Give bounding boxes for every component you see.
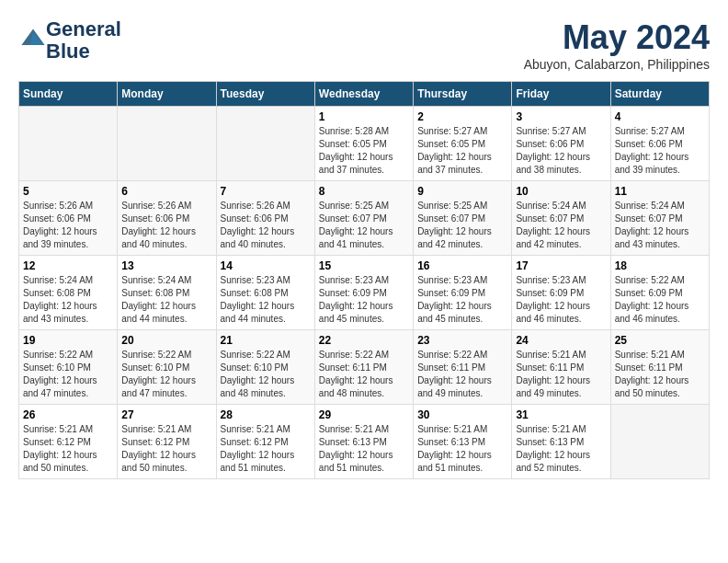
logo-text: General Blue: [46, 18, 121, 63]
calendar-cell: 22Sunrise: 5:22 AM Sunset: 6:11 PM Dayli…: [314, 330, 413, 405]
day-number: 3: [516, 110, 606, 123]
page-header: General Blue May 2024 Abuyon, Calabarzon…: [18, 18, 710, 72]
day-info: Sunrise: 5:26 AM Sunset: 6:06 PM Dayligh…: [23, 200, 113, 251]
calendar-cell: 11Sunrise: 5:24 AM Sunset: 6:07 PM Dayli…: [610, 181, 709, 256]
day-number: 29: [319, 408, 409, 421]
day-info: Sunrise: 5:21 AM Sunset: 6:12 PM Dayligh…: [23, 423, 113, 475]
day-info: Sunrise: 5:26 AM Sunset: 6:06 PM Dayligh…: [221, 200, 311, 251]
calendar-cell: 21Sunrise: 5:22 AM Sunset: 6:10 PM Dayli…: [216, 330, 314, 405]
day-number: 23: [417, 334, 507, 347]
calendar-cell: 6Sunrise: 5:26 AM Sunset: 6:06 PM Daylig…: [118, 181, 216, 256]
day-info: Sunrise: 5:25 AM Sunset: 6:07 PM Dayligh…: [417, 200, 507, 251]
day-info: Sunrise: 5:22 AM Sunset: 6:09 PM Dayligh…: [615, 274, 705, 326]
day-number: 27: [121, 408, 211, 421]
calendar-cell: 8Sunrise: 5:25 AM Sunset: 6:07 PM Daylig…: [314, 181, 413, 256]
day-info: Sunrise: 5:23 AM Sunset: 6:09 PM Dayligh…: [417, 274, 507, 326]
calendar-cell: 29Sunrise: 5:21 AM Sunset: 6:13 PM Dayli…: [314, 405, 413, 479]
calendar-week-row: 5Sunrise: 5:26 AM Sunset: 6:06 PM Daylig…: [19, 181, 710, 256]
day-info: Sunrise: 5:27 AM Sunset: 6:06 PM Dayligh…: [615, 125, 705, 177]
column-header-sunday: Sunday: [19, 82, 118, 107]
day-info: Sunrise: 5:22 AM Sunset: 6:11 PM Dayligh…: [417, 349, 507, 400]
day-info: Sunrise: 5:23 AM Sunset: 6:09 PM Dayligh…: [516, 274, 606, 326]
calendar-cell: 12Sunrise: 5:24 AM Sunset: 6:08 PM Dayli…: [19, 256, 118, 330]
day-number: 12: [23, 259, 113, 272]
column-header-thursday: Thursday: [414, 82, 512, 107]
day-number: 15: [319, 259, 409, 272]
calendar-cell: 5Sunrise: 5:26 AM Sunset: 6:06 PM Daylig…: [19, 181, 118, 256]
day-info: Sunrise: 5:23 AM Sunset: 6:08 PM Dayligh…: [221, 274, 311, 326]
day-info: Sunrise: 5:26 AM Sunset: 6:06 PM Dayligh…: [121, 200, 211, 251]
calendar-cell: 28Sunrise: 5:21 AM Sunset: 6:12 PM Dayli…: [216, 405, 314, 479]
day-info: Sunrise: 5:21 AM Sunset: 6:13 PM Dayligh…: [417, 423, 507, 475]
calendar-cell: 2Sunrise: 5:27 AM Sunset: 6:05 PM Daylig…: [414, 107, 512, 181]
calendar-cell: 7Sunrise: 5:26 AM Sunset: 6:06 PM Daylig…: [216, 181, 314, 256]
calendar-week-row: 1Sunrise: 5:28 AM Sunset: 6:05 PM Daylig…: [19, 107, 710, 181]
calendar-cell: 13Sunrise: 5:24 AM Sunset: 6:08 PM Dayli…: [118, 256, 216, 330]
calendar-cell: 24Sunrise: 5:21 AM Sunset: 6:11 PM Dayli…: [512, 330, 610, 405]
day-number: 18: [615, 259, 705, 272]
day-number: 17: [516, 259, 606, 272]
calendar-week-row: 12Sunrise: 5:24 AM Sunset: 6:08 PM Dayli…: [19, 256, 710, 330]
day-info: Sunrise: 5:27 AM Sunset: 6:05 PM Dayligh…: [417, 125, 507, 177]
day-info: Sunrise: 5:22 AM Sunset: 6:10 PM Dayligh…: [23, 349, 113, 400]
calendar-cell: 19Sunrise: 5:22 AM Sunset: 6:10 PM Dayli…: [19, 330, 118, 405]
day-info: Sunrise: 5:22 AM Sunset: 6:10 PM Dayligh…: [221, 349, 311, 400]
day-info: Sunrise: 5:28 AM Sunset: 6:05 PM Dayligh…: [319, 125, 409, 177]
calendar-cell: [19, 107, 118, 181]
day-info: Sunrise: 5:21 AM Sunset: 6:11 PM Dayligh…: [615, 349, 705, 400]
location-label: Abuyon, Calabarzon, Philippines: [524, 57, 710, 72]
calendar-cell: [610, 405, 709, 479]
column-header-tuesday: Tuesday: [216, 82, 314, 107]
calendar-table: SundayMondayTuesdayWednesdayThursdayFrid…: [18, 81, 710, 479]
calendar-cell: 26Sunrise: 5:21 AM Sunset: 6:12 PM Dayli…: [19, 405, 118, 479]
calendar-cell: 31Sunrise: 5:21 AM Sunset: 6:13 PM Dayli…: [512, 405, 610, 479]
day-number: 24: [516, 334, 606, 347]
day-number: 13: [121, 259, 211, 272]
day-info: Sunrise: 5:21 AM Sunset: 6:11 PM Dayligh…: [516, 349, 606, 400]
calendar-cell: [216, 107, 314, 181]
day-number: 28: [221, 408, 311, 421]
day-number: 19: [23, 334, 113, 347]
day-number: 7: [221, 185, 311, 198]
day-number: 2: [417, 110, 507, 123]
calendar-cell: 16Sunrise: 5:23 AM Sunset: 6:09 PM Dayli…: [414, 256, 512, 330]
day-number: 16: [417, 259, 507, 272]
day-number: 8: [319, 185, 409, 198]
calendar-header-row: SundayMondayTuesdayWednesdayThursdayFrid…: [19, 82, 710, 107]
calendar-cell: 14Sunrise: 5:23 AM Sunset: 6:08 PM Dayli…: [216, 256, 314, 330]
calendar-cell: 10Sunrise: 5:24 AM Sunset: 6:07 PM Dayli…: [512, 181, 610, 256]
day-number: 14: [221, 259, 311, 272]
day-number: 25: [615, 334, 705, 347]
day-number: 31: [516, 408, 606, 421]
calendar-cell: 1Sunrise: 5:28 AM Sunset: 6:05 PM Daylig…: [314, 107, 413, 181]
day-number: 26: [23, 408, 113, 421]
calendar-week-row: 26Sunrise: 5:21 AM Sunset: 6:12 PM Dayli…: [19, 405, 710, 479]
calendar-cell: 20Sunrise: 5:22 AM Sunset: 6:10 PM Dayli…: [118, 330, 216, 405]
logo: General Blue: [18, 18, 121, 63]
day-number: 11: [615, 185, 705, 198]
day-info: Sunrise: 5:24 AM Sunset: 6:07 PM Dayligh…: [516, 200, 606, 251]
day-info: Sunrise: 5:24 AM Sunset: 6:08 PM Dayligh…: [23, 274, 113, 326]
column-header-saturday: Saturday: [610, 82, 709, 107]
column-header-friday: Friday: [512, 82, 610, 107]
day-number: 30: [417, 408, 507, 421]
day-number: 20: [121, 334, 211, 347]
day-number: 1: [319, 110, 409, 123]
day-number: 5: [23, 185, 113, 198]
day-info: Sunrise: 5:21 AM Sunset: 6:12 PM Dayligh…: [221, 423, 311, 475]
calendar-cell: 9Sunrise: 5:25 AM Sunset: 6:07 PM Daylig…: [414, 181, 512, 256]
calendar-cell: 15Sunrise: 5:23 AM Sunset: 6:09 PM Dayli…: [314, 256, 413, 330]
calendar-cell: 27Sunrise: 5:21 AM Sunset: 6:12 PM Dayli…: [118, 405, 216, 479]
day-info: Sunrise: 5:22 AM Sunset: 6:10 PM Dayligh…: [121, 349, 211, 400]
day-info: Sunrise: 5:21 AM Sunset: 6:13 PM Dayligh…: [516, 423, 606, 475]
calendar-cell: 25Sunrise: 5:21 AM Sunset: 6:11 PM Dayli…: [610, 330, 709, 405]
title-block: May 2024 Abuyon, Calabarzon, Philippines: [524, 18, 710, 72]
day-info: Sunrise: 5:24 AM Sunset: 6:07 PM Dayligh…: [615, 200, 705, 251]
calendar-cell: 4Sunrise: 5:27 AM Sunset: 6:06 PM Daylig…: [610, 107, 709, 181]
logo-icon: [20, 26, 46, 52]
calendar-cell: 23Sunrise: 5:22 AM Sunset: 6:11 PM Dayli…: [414, 330, 512, 405]
day-number: 6: [121, 185, 211, 198]
day-info: Sunrise: 5:24 AM Sunset: 6:08 PM Dayligh…: [121, 274, 211, 326]
day-info: Sunrise: 5:21 AM Sunset: 6:12 PM Dayligh…: [121, 423, 211, 475]
calendar-cell: 17Sunrise: 5:23 AM Sunset: 6:09 PM Dayli…: [512, 256, 610, 330]
